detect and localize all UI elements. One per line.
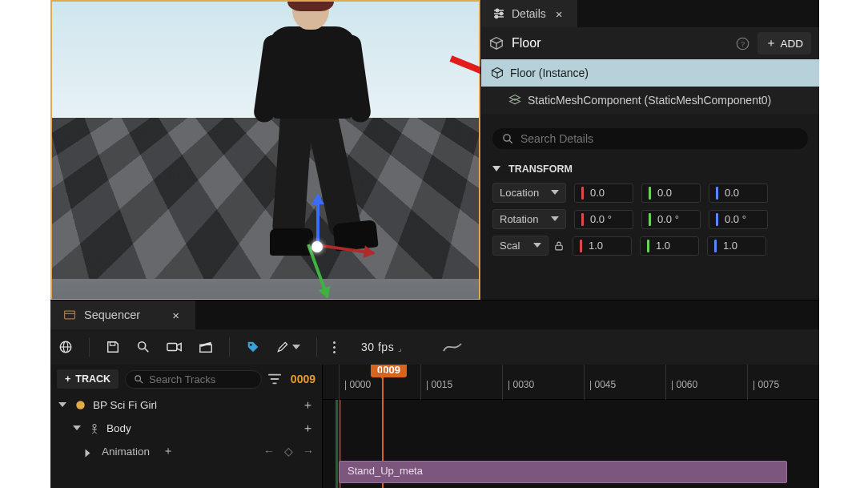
chevron-down-icon — [533, 243, 541, 252]
add-button[interactable]: ＋ — [302, 397, 314, 413]
rotation-dropdown[interactable]: Rotation — [492, 209, 566, 229]
tick: | 0015 — [420, 365, 452, 400]
tick: | 0045 — [584, 365, 616, 400]
svg-marker-10 — [492, 68, 503, 73]
svg-point-27 — [250, 344, 252, 346]
svg-point-31 — [93, 424, 96, 427]
timeline-ruler[interactable]: 0009 | 0000 | 0015 | 0030 | 0045 | 0060 … — [323, 365, 819, 400]
svg-marker-6 — [491, 38, 502, 43]
transform-gizmo[interactable] — [292, 200, 396, 296]
svg-point-14 — [504, 134, 510, 140]
fps-selector[interactable]: 30 fps ⌟ — [361, 341, 402, 353]
component-root-row[interactable]: Floor (Instance) — [481, 59, 819, 87]
details-tabbar: Details × — [481, 0, 819, 27]
animation-clip[interactable]: Stand_Up_meta — [339, 461, 787, 483]
clapper-icon[interactable] — [199, 340, 213, 354]
current-frame-label[interactable]: 0009 — [291, 373, 315, 385]
playhead-label[interactable]: 0009 — [371, 365, 407, 377]
track-row-root[interactable]: BP Sci Fi Girl ＋ — [50, 393, 322, 417]
location-dropdown[interactable]: Location — [492, 183, 566, 203]
close-icon[interactable]: × — [553, 7, 566, 21]
track-search[interactable] — [125, 370, 262, 389]
track-row-body[interactable]: Body ＋ — [50, 417, 322, 440]
rotation-y[interactable]: 0.0 ° — [641, 210, 701, 229]
property-rotation: Rotation 0.0 ° 0.0 ° 0.0 ° — [492, 209, 808, 229]
tab-details[interactable]: Details × — [481, 0, 577, 27]
add-button[interactable]: ＋ — [302, 421, 314, 436]
tick: | 0060 — [665, 365, 697, 400]
search-icon — [502, 133, 514, 145]
scale-y[interactable]: 1.0 — [640, 236, 699, 256]
details-header: Floor ? ＋ ADD — [481, 27, 819, 59]
sequencer-panel: Sequencer × 30 fps ⌟ + — [50, 300, 819, 488]
location-y[interactable]: 0.0 — [641, 184, 701, 203]
details-panel: Details × Floor ? ＋ ADD Floor (Instance) — [480, 0, 819, 300]
pencil-icon[interactable] — [276, 341, 300, 353]
keyframe-icon[interactable]: ◇ — [284, 445, 293, 458]
level-viewport[interactable] — [50, 0, 480, 300]
section-label: TRANSFORM — [508, 163, 573, 175]
svg-line-15 — [509, 140, 512, 143]
tick: | 0000 — [339, 365, 371, 400]
details-search-input[interactable] — [520, 132, 798, 145]
lock-icon[interactable] — [553, 240, 565, 252]
svg-marker-12 — [510, 95, 520, 100]
chevron-right-icon[interactable] — [86, 449, 94, 457]
actor-title: Floor — [512, 36, 728, 50]
component-root-label: Floor (Instance) — [510, 67, 589, 79]
svg-rect-16 — [556, 245, 562, 250]
rotation-x[interactable]: 0.0 ° — [574, 210, 633, 229]
svg-line-24 — [145, 349, 149, 353]
svg-point-30 — [76, 401, 85, 409]
curve-icon[interactable] — [442, 340, 463, 354]
plus-icon: + — [65, 373, 70, 385]
add-component-button[interactable]: ＋ ADD — [757, 32, 811, 54]
timeline[interactable]: 0009 | 0000 | 0015 | 0030 | 0045 | 0060 … — [323, 365, 819, 488]
component-child-label: StaticMeshComponent (StaticMeshComponent… — [528, 94, 771, 107]
svg-text:?: ? — [741, 39, 745, 47]
scale-x[interactable]: 1.0 — [573, 236, 632, 256]
section-transform-header[interactable]: TRANSFORM — [492, 163, 808, 175]
tag-icon[interactable] — [246, 340, 260, 354]
camera-icon[interactable] — [167, 341, 183, 353]
kebab-icon[interactable] — [333, 341, 336, 353]
scale-dropdown[interactable]: Scal — [492, 236, 549, 256]
svg-point-3 — [496, 9, 498, 11]
sequencer-tabbar: Sequencer × — [50, 300, 819, 329]
details-search[interactable] — [492, 128, 808, 149]
add-button[interactable]: ＋ — [163, 444, 174, 458]
tab-sequencer[interactable]: Sequencer × — [50, 300, 195, 329]
skeleton-icon — [89, 423, 100, 434]
world-icon[interactable] — [58, 340, 73, 354]
sliders-icon — [492, 7, 505, 20]
add-label: ADD — [780, 38, 803, 50]
sequencer-icon — [63, 309, 76, 321]
next-key-icon[interactable]: → — [303, 445, 314, 458]
svg-line-35 — [94, 431, 97, 434]
search-icon[interactable] — [136, 340, 151, 354]
help-icon[interactable]: ? — [736, 37, 749, 50]
chevron-down-icon — [551, 190, 559, 199]
location-z[interactable]: 0.0 — [709, 184, 768, 203]
close-icon[interactable]: × — [169, 309, 183, 322]
filter-icon[interactable] — [268, 373, 281, 385]
scale-z[interactable]: 1.0 — [707, 236, 766, 256]
track-row-animation[interactable]: Animation ＋ ← ◇ → — [50, 440, 322, 462]
rotation-z[interactable]: 0.0 ° — [709, 210, 768, 229]
prev-key-icon[interactable]: ← — [263, 445, 275, 458]
plus-icon: ＋ — [766, 36, 777, 50]
tab-label: Details — [512, 7, 546, 20]
actor-icon — [74, 399, 86, 411]
component-child-row[interactable]: StaticMeshComponent (StaticMeshComponent… — [481, 87, 819, 114]
sequencer-outliner: + TRACK 0009 BP Sci Fi Girl ＋ — [50, 365, 323, 488]
chevron-down-icon[interactable] — [73, 425, 81, 434]
cube-icon — [491, 67, 504, 79]
svg-line-29 — [140, 380, 143, 382]
layers-icon — [508, 94, 521, 107]
track-search-input[interactable] — [149, 373, 253, 385]
chevron-down-icon[interactable] — [58, 402, 66, 411]
chevron-down-icon — [492, 166, 500, 175]
add-track-button[interactable]: + TRACK — [57, 369, 119, 389]
save-icon[interactable] — [106, 340, 120, 354]
location-x[interactable]: 0.0 — [574, 184, 633, 203]
